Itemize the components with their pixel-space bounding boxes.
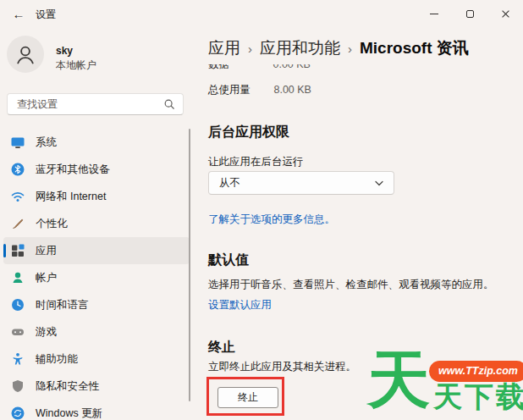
defaults-description: 选择用于听音乐、查看照片、检查邮件、观看视频等的应用。 [208, 278, 494, 292]
back-button[interactable]: ← [7, 3, 30, 24]
breadcrumb-apps-features[interactable]: 应用和功能 [260, 39, 340, 57]
accessibility-icon [11, 352, 25, 366]
apps-icon [11, 244, 25, 257]
sidebar-item-apps[interactable]: 应用 [3, 237, 190, 264]
background-run-dropdown[interactable]: 从不 [208, 171, 394, 195]
sidebar-item-personalization[interactable]: 个性化 [3, 210, 190, 237]
settings-window: ← 设置 sky 本地帐户 [0, 0, 523, 420]
watermark-logo-char: 天 [367, 349, 430, 412]
brush-icon [11, 217, 25, 230]
bluetooth-icon [11, 163, 25, 176]
total-usage-value: 8.00 KB [273, 84, 311, 96]
search-icon [163, 98, 175, 110]
watermark-url-badge: www.TTzip.com [429, 361, 523, 382]
close-icon [501, 9, 510, 19]
total-usage-label: 总使用量 [208, 83, 270, 97]
sidebar-item-bluetooth[interactable]: 蓝牙和其他设备 [3, 156, 190, 183]
maximize-icon [466, 10, 474, 18]
sidebar-item-system[interactable]: 系统 [3, 129, 190, 156]
person-icon [14, 42, 37, 66]
sidebar-item-accessibility[interactable]: 辅助功能 [3, 345, 190, 373]
maximize-button[interactable] [452, 0, 487, 27]
search-box[interactable] [7, 93, 184, 115]
window-title: 设置 [36, 8, 56, 22]
user-name: sky [56, 45, 96, 57]
usage-label: 数据 [208, 64, 270, 72]
learn-more-link[interactable]: 了解关于选项的更多信息。 [208, 213, 335, 227]
sidebar-item-label: 辅助功能 [36, 352, 78, 367]
terminate-heading: 终止 [208, 339, 235, 356]
sidebar-item-label: 隐私和安全性 [36, 379, 99, 394]
sidebar-item-windows-update[interactable]: Windows 更新 [3, 400, 190, 420]
minimize-button[interactable] [416, 0, 452, 27]
shield-icon [11, 379, 25, 393]
background-run-label: 让此应用在后台运行 [208, 155, 304, 169]
main-content: 应用›应用和功能›Microsoft 资讯 数据 0.00 KB 总使用量 8.… [208, 27, 523, 420]
sidebar-item-privacy[interactable]: 隐私和安全性 [3, 373, 190, 400]
sidebar-item-label: 时间和语言 [36, 298, 89, 312]
window-controls [416, 0, 523, 27]
sidebar-item-label: 个性化 [36, 217, 68, 231]
accounts-icon [11, 271, 25, 285]
set-default-apps-link[interactable]: 设置默认应用 [208, 298, 272, 312]
sidebar: sky 本地帐户 系统 [0, 27, 196, 420]
account-type: 本地帐户 [56, 58, 96, 73]
update-icon [11, 406, 25, 420]
sidebar-item-time-language[interactable]: 时间和语言 [3, 291, 190, 318]
close-button[interactable] [487, 0, 523, 27]
user-account[interactable]: sky 本地帐户 [7, 36, 96, 73]
usage-row-clipped: 数据 0.00 KB [208, 64, 462, 75]
watermark-brand-text: 天下载 [433, 382, 523, 411]
dropdown-selected-value: 从不 [219, 176, 240, 191]
sidebar-item-accounts[interactable]: 帐户 [3, 264, 190, 291]
titlebar: ← 设置 [0, 0, 523, 27]
chevron-down-icon [375, 177, 383, 189]
usage-value: 0.00 KB [273, 64, 310, 70]
terminate-description: 立即终止此应用及其相关进程。 [208, 360, 356, 374]
defaults-heading: 默认值 [208, 251, 249, 269]
sidebar-item-label: 应用 [36, 244, 57, 258]
sidebar-item-label: 蓝牙和其他设备 [36, 163, 110, 177]
sidebar-item-label: 系统 [36, 135, 57, 150]
breadcrumb-current: Microsoft 资讯 [360, 39, 469, 57]
breadcrumb-apps[interactable]: 应用 [208, 39, 240, 57]
search-input[interactable] [8, 94, 163, 114]
sidebar-item-label: Windows 更新 [36, 406, 102, 420]
background-permissions-heading: 后台应用权限 [208, 124, 289, 141]
chevron-right-icon: › [248, 41, 252, 56]
sidebar-item-label: 游戏 [36, 325, 57, 340]
sidebar-item-label: 网络和 Internet [36, 190, 106, 204]
sidebar-nav: 系统 蓝牙和其他设备 网络和 Internet 个性化 [0, 129, 196, 420]
gamepad-icon [11, 325, 25, 339]
sidebar-item-label: 帐户 [36, 271, 57, 285]
clock-icon [11, 298, 25, 312]
sidebar-item-network[interactable]: 网络和 Internet [3, 183, 190, 210]
chevron-right-icon: › [348, 41, 352, 56]
sidebar-scrollbar[interactable] [189, 129, 190, 401]
sidebar-item-gaming[interactable]: 游戏 [3, 318, 190, 345]
system-icon [11, 135, 25, 149]
minimize-icon [430, 14, 438, 14]
wifi-icon [11, 190, 25, 203]
breadcrumb: 应用›应用和功能›Microsoft 资讯 [208, 37, 469, 59]
terminate-button[interactable]: 终止 [217, 387, 278, 408]
total-usage-row: 总使用量 8.00 KB [208, 81, 311, 97]
avatar [7, 36, 44, 73]
